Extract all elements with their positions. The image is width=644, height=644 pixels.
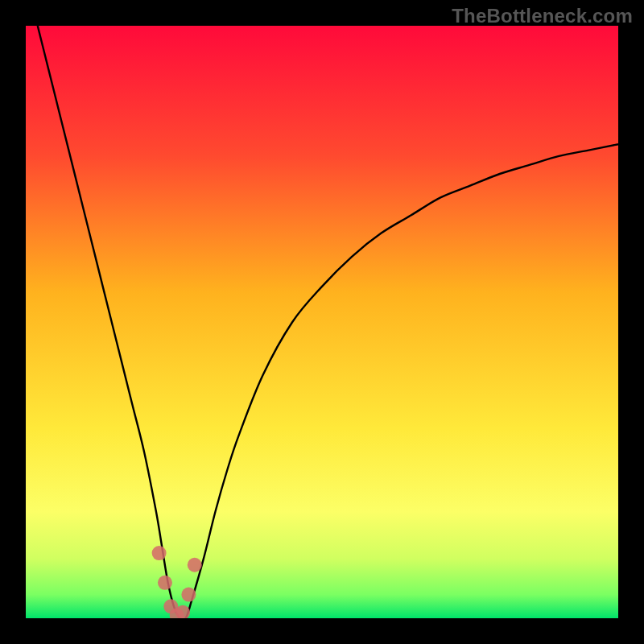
chart-outer-frame	[0, 0, 644, 644]
curve-marker	[188, 558, 202, 572]
bottleneck-curve	[26, 26, 618, 618]
curve-marker	[181, 588, 196, 602]
curve-marker	[158, 576, 172, 590]
curve-marker	[152, 546, 167, 560]
plot-area	[26, 26, 618, 618]
watermark-text: TheBottleneck.com	[452, 5, 633, 27]
